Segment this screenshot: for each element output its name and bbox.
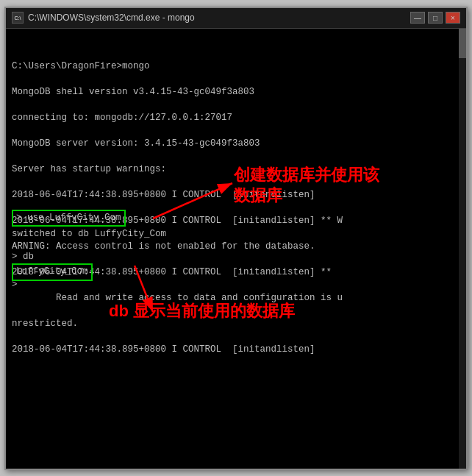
cmd-window: C:\ C:\WINDOWS\system32\cmd.exe - mongo … <box>4 7 468 470</box>
maximize-button[interactable]: □ <box>428 12 443 24</box>
use-command-block: > use LuffyCity_Com switched to db Luffy… <box>12 210 166 241</box>
window-icon: C:\ <box>12 12 24 24</box>
use-command: > use LuffyCity_Com <box>16 213 121 223</box>
switched-line: switched to db LuffyCity_Com <box>12 229 166 239</box>
title-bar: C:\ C:\WINDOWS\system32\cmd.exe - mongo … <box>6 8 466 29</box>
db-result-value: LuffyCity_Com <box>16 266 88 277</box>
title-bar-text: C:\WINDOWS\system32\cmd.exe - mongo <box>28 13 410 23</box>
blank-line <box>12 48 18 58</box>
terminal-prompt: > <box>12 279 18 292</box>
scrollbar[interactable] <box>459 29 466 469</box>
db-result-block: > db LuffyCity_Com <box>12 251 93 281</box>
terminal-output: C:\Users\DragonFire>mongo MongoDB shell … <box>12 35 460 369</box>
scrollbar-thumb[interactable] <box>459 29 466 58</box>
minimize-button[interactable]: — <box>410 12 425 24</box>
cmd-line-1: C:\Users\DragonFire>mongo <box>12 61 150 71</box>
terminal-content: C:\Users\DragonFire>mongo MongoDB shell … <box>6 29 466 469</box>
db-command: > db <box>12 252 34 262</box>
close-button[interactable]: × <box>446 12 460 24</box>
window-controls: — □ × <box>410 12 460 24</box>
